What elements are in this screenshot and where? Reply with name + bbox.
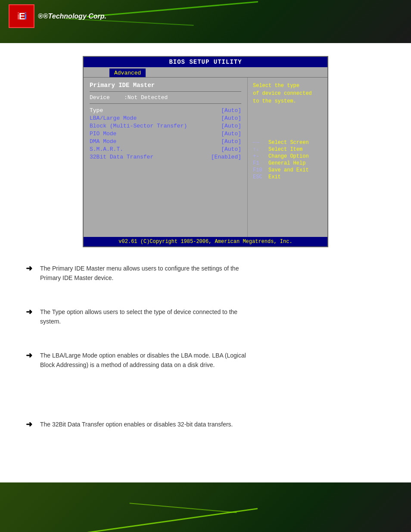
company-name: ®®Technology Corp. — [38, 12, 106, 20]
shortcut-desc-general-help: General Help — [268, 160, 305, 166]
text-section-2: ➜ The Type option allows users to select… — [9, 304, 402, 330]
text-section-3-line-2: Block Addressing) is a method of address… — [40, 360, 385, 370]
text-section-4-line-1: The 32Bit Data Transfer option enables o… — [40, 420, 385, 429]
spacer-1 — [9, 286, 402, 304]
main-content: BIOS SETUP UTILITY Advanced Primary IDE … — [0, 43, 411, 474]
bios-shortcuts-area: ←→ Select Screen ↑↓ Select Item +- Chang… — [253, 140, 322, 180]
bios-device-row: Device :Not Detected — [90, 94, 241, 101]
bios-title-bar: BIOS SETUP UTILITY — [84, 57, 327, 67]
text-section-4-content: The 32Bit Data Transfer option enables o… — [40, 420, 385, 429]
shortcut-desc-save-exit: Save and Exit — [268, 167, 309, 173]
text-sections: ➜ The Primary IDE Master menu allows use… — [9, 260, 402, 433]
setting-value-type: [Auto] — [221, 107, 241, 114]
logo-icon3: i — [24, 11, 26, 22]
bios-divider-1 — [90, 91, 241, 92]
shortcut-general-help: F1 General Help — [253, 160, 322, 166]
setting-name-dma: DMA Mode — [90, 138, 116, 145]
shortcut-key-plusminus: +- — [253, 153, 266, 159]
bios-title: BIOS SETUP UTILITY — [169, 59, 242, 65]
shortcut-desc-select-screen: Select Screen — [268, 140, 309, 146]
bios-footer-text: v02.61 (C)Copyright 1985-2006, American … — [118, 239, 292, 245]
setting-value-pio: [Auto] — [221, 131, 241, 137]
shortcut-save-exit: F10 Save and Exit — [253, 167, 322, 173]
bios-device-value: :Not Detected — [124, 94, 168, 101]
bios-section-title: Primary IDE Master — [90, 82, 241, 89]
bios-footer: v02.61 (C)Copyright 1985-2006, American … — [84, 237, 327, 246]
shortcut-key-esc: ESC — [253, 174, 266, 180]
setting-name-lba: LBA/Large Mode — [90, 115, 137, 121]
header: iEi ®®Technology Corp. — [0, 0, 411, 43]
footer-background — [0, 482, 411, 532]
setting-name-32bit: 32Bit Data Transfer — [90, 154, 153, 160]
arrow-icon-1: ➜ — [26, 264, 32, 273]
bios-body: Primary IDE Master Device :Not Detected … — [84, 78, 327, 237]
bios-setting-type[interactable]: Type [Auto] — [90, 107, 241, 114]
bios-tab-advanced[interactable]: Advanced — [109, 68, 146, 77]
bios-setup-box: BIOS SETUP UTILITY Advanced Primary IDE … — [83, 56, 328, 247]
bios-setting-32bit[interactable]: 32Bit Data Transfer [Enabled] — [90, 154, 241, 160]
setting-value-smart: [Auto] — [221, 146, 241, 152]
arrow-icon-4: ➜ — [26, 420, 32, 429]
logo-area: iEi ®®Technology Corp. — [9, 4, 106, 28]
text-section-1: ➜ The Primary IDE Master menu allows use… — [9, 260, 402, 286]
shortcut-change-option: +- Change Option — [253, 153, 322, 159]
registered-mark: ® — [38, 12, 43, 20]
shortcut-desc-exit: Exit — [268, 174, 281, 180]
bios-setting-smart[interactable]: S.M.A.R.T. [Auto] — [90, 146, 241, 152]
text-section-2-line-2: system. — [40, 317, 385, 326]
bios-help-text: Select the type of device connected to t… — [253, 82, 322, 105]
text-section-4: ➜ The 32Bit Data Transfer option enables… — [9, 416, 402, 432]
logo-icon2: E — [19, 11, 25, 22]
shortcut-key-f1: F1 — [253, 160, 266, 166]
logo-box: iEi — [9, 4, 34, 28]
setting-name-block: Block (Multi-Sector Transfer) — [90, 123, 187, 129]
bios-device-label: Device — [90, 94, 124, 101]
setting-value-lba: [Auto] — [221, 115, 241, 121]
footer — [0, 482, 411, 532]
setting-name-smart: S.M.A.R.T. — [90, 146, 123, 152]
shortcut-key-arrows: ←→ — [253, 140, 266, 146]
shortcut-key-updown: ↑↓ — [253, 146, 266, 152]
setting-name-type: Type — [90, 107, 103, 114]
bios-setting-block[interactable]: Block (Multi-Sector Transfer) [Auto] — [90, 123, 241, 129]
arrow-icon-3: ➜ — [26, 351, 32, 360]
shortcut-select-screen: ←→ Select Screen — [253, 140, 322, 146]
bios-setting-lba[interactable]: LBA/Large Mode [Auto] — [90, 115, 241, 121]
bios-setting-pio[interactable]: PIO Mode [Auto] — [90, 131, 241, 137]
setting-name-pio: PIO Mode — [90, 131, 116, 137]
text-section-3-line-1: The LBA/Large Mode option enables or dis… — [40, 351, 385, 360]
setting-value-32bit: [Enabled] — [211, 154, 241, 160]
bios-tab-bar: Advanced — [84, 67, 327, 78]
spacer-2 — [9, 330, 402, 347]
shortcut-select-item: ↑↓ Select Item — [253, 146, 322, 152]
spacer-3 — [9, 373, 402, 416]
bios-right-panel: Select the type of device connected to t… — [248, 78, 327, 237]
shortcut-desc-change-option: Change Option — [268, 153, 309, 159]
setting-value-block: [Auto] — [221, 123, 241, 129]
arrow-icon-2: ➜ — [26, 307, 32, 317]
text-section-2-content: The Type option allows users to select t… — [40, 307, 385, 327]
text-section-3-content: The LBA/Large Mode option enables or dis… — [40, 351, 385, 370]
shortcut-exit: ESC Exit — [253, 174, 322, 180]
shortcut-key-f10: F10 — [253, 167, 266, 173]
text-section-1-line-1: The Primary IDE Master menu allows users… — [40, 264, 385, 273]
text-section-2-line-1: The Type option allows users to select t… — [40, 307, 385, 317]
text-section-1-content: The Primary IDE Master menu allows users… — [40, 264, 385, 283]
text-section-3: ➜ The LBA/Large Mode option enables or d… — [9, 347, 402, 373]
bios-setting-dma[interactable]: DMA Mode [Auto] — [90, 138, 241, 145]
bios-divider-2 — [90, 103, 241, 104]
shortcut-desc-select-item: Select Item — [268, 146, 302, 152]
text-section-1-line-2: Primary IDE Master device. — [40, 273, 385, 283]
bios-left-panel: Primary IDE Master Device :Not Detected … — [84, 78, 248, 237]
setting-value-dma: [Auto] — [221, 138, 241, 145]
